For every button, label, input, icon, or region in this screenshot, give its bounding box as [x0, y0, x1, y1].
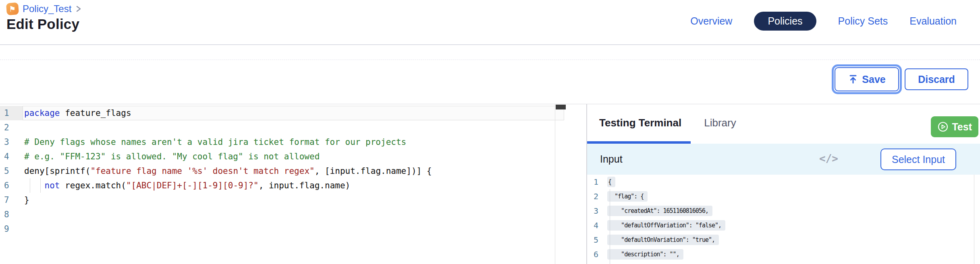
line-number: 5: [0, 164, 23, 178]
input-json-editor[interactable]: 1{2 "flag": {3 "createdAt": 165116081605…: [587, 175, 980, 264]
line-number: 5: [587, 235, 605, 245]
json-line-content: "flag": {: [607, 191, 648, 202]
code-line-1[interactable]: 1package feature_flags: [0, 106, 566, 120]
test-button-label: Test: [952, 121, 972, 133]
line-number: 1: [0, 106, 23, 120]
nav-tab-policy-sets[interactable]: Policy Sets: [838, 15, 888, 27]
testing-panel: Testing TerminalLibrary Test Input </> S…: [587, 104, 980, 264]
line-number: 3: [587, 206, 605, 216]
page-header: ⚑ Policy_Test Edit Policy OverviewPolici…: [0, 0, 980, 45]
code-line-content: not regex.match("[ABC|DEF]+[-][1-9][0-9]…: [23, 178, 566, 193]
code-line-content: [23, 120, 566, 135]
chevron-right-icon: [75, 5, 82, 13]
json-line-content: "createdAt": 1651160816056,: [607, 206, 712, 216]
save-button[interactable]: Save: [835, 67, 899, 91]
save-button-focus-ring: Save: [832, 64, 902, 94]
line-number: 3: [0, 135, 23, 149]
json-line-6[interactable]: 6 "description": "",: [587, 247, 980, 262]
edit-policy-page: ⚑ Policy_Test Edit Policy OverviewPolici…: [0, 0, 980, 264]
tab-testing-terminal[interactable]: Testing Terminal: [599, 117, 681, 129]
breadcrumb: ⚑ Policy_Test: [6, 3, 82, 15]
code-line-3[interactable]: 3# Deny flags whose names aren't a valid…: [0, 135, 566, 149]
nav-tab-overview[interactable]: Overview: [690, 15, 732, 27]
json-line-5[interactable]: 5 "defaultOnVariation": "true",: [587, 233, 980, 247]
terminal-tabs: Testing TerminalLibrary: [599, 104, 736, 141]
json-line-content: "description": "",: [607, 249, 683, 260]
input-json-lines: 1{2 "flag": {3 "createdAt": 165116081605…: [587, 175, 980, 262]
code-line-6[interactable]: 6 not regex.match("[ABC|DEF]+[-][1-9][0-…: [0, 178, 566, 193]
code-line-5[interactable]: 5deny[sprintf("feature flag name '%s' do…: [0, 164, 566, 178]
editor-scrollbar-thumb[interactable]: [556, 105, 566, 109]
upload-arrow-icon: [848, 74, 858, 85]
json-scrollbar-track: [974, 175, 974, 264]
policy-editor-lines: 1package feature_flags23# Deny flags who…: [0, 106, 566, 236]
code-line-content: # Deny flags whose names aren't a valid …: [23, 135, 566, 149]
line-number: 8: [0, 207, 23, 222]
line-number: 4: [587, 221, 605, 230]
json-line-3[interactable]: 3 "createdAt": 1651160816056,: [587, 204, 980, 218]
header-nav: OverviewPoliciesPolicy SetsEvaluation: [690, 11, 957, 31]
input-label: Input: [600, 153, 623, 165]
code-line-content: # e.g. "FFM-123" is allowed. "My cool fl…: [23, 149, 566, 164]
line-number: 2: [0, 120, 23, 135]
code-line-2[interactable]: 2: [0, 120, 566, 135]
json-line-content: "defaultOffVariation": "false",: [607, 220, 725, 231]
line-number: 6: [0, 178, 23, 193]
nav-tab-evaluation[interactable]: Evaluation: [909, 15, 957, 27]
code-line-4[interactable]: 4# e.g. "FFM-123" is allowed. "My cool f…: [0, 149, 566, 164]
policy-workspace: 1package feature_flags23# Deny flags who…: [0, 104, 980, 264]
json-line-content: {: [607, 177, 615, 187]
nav-tab-policies[interactable]: Policies: [754, 12, 816, 31]
editor-scrollbar-track: [555, 104, 566, 264]
code-brackets-icon[interactable]: </>: [819, 153, 838, 165]
policy-toolbar: Policy_1_updated Save Discard: [0, 45, 980, 104]
json-indent-guide: [610, 189, 610, 264]
json-line-4[interactable]: 4 "defaultOffVariation": "false",: [587, 218, 980, 233]
flag-icon: ⚑: [6, 2, 19, 15]
code-line-content: [23, 222, 566, 236]
code-line-7[interactable]: 7}: [0, 193, 566, 207]
line-number: 7: [0, 193, 23, 207]
code-line-content: deny[sprintf("feature flag name '%s' doe…: [23, 164, 566, 178]
line-number: 2: [587, 192, 605, 201]
input-header-bar: Input </> Select Input: [587, 144, 980, 175]
test-button[interactable]: Test: [931, 116, 978, 137]
json-line-content: "defaultOnVariation": "true",: [607, 235, 719, 245]
json-line-2[interactable]: 2 "flag": {: [587, 189, 980, 204]
page-title: Edit Policy: [6, 16, 79, 32]
breadcrumb-project-link[interactable]: Policy_Test: [23, 3, 71, 14]
divider-dashed: [0, 60, 980, 60]
code-line-9[interactable]: 9: [0, 222, 566, 236]
code-line-content: }: [23, 193, 566, 207]
line-number: 1: [587, 177, 605, 187]
select-input-button[interactable]: Select Input: [880, 148, 956, 170]
discard-button[interactable]: Discard: [905, 68, 968, 90]
tab-library[interactable]: Library: [704, 117, 736, 129]
line-number: 4: [0, 149, 23, 164]
line-number: 6: [587, 250, 605, 259]
code-line-content: package feature_flags: [23, 106, 564, 120]
play-circle-icon: [937, 121, 949, 132]
save-button-label: Save: [862, 74, 885, 85]
policy-code-editor[interactable]: 1package feature_flags23# Deny flags who…: [0, 104, 566, 264]
json-line-1[interactable]: 1{: [587, 175, 980, 189]
line-number: 9: [0, 222, 23, 236]
code-line-8[interactable]: 8: [0, 207, 566, 222]
code-line-content: [23, 207, 566, 222]
